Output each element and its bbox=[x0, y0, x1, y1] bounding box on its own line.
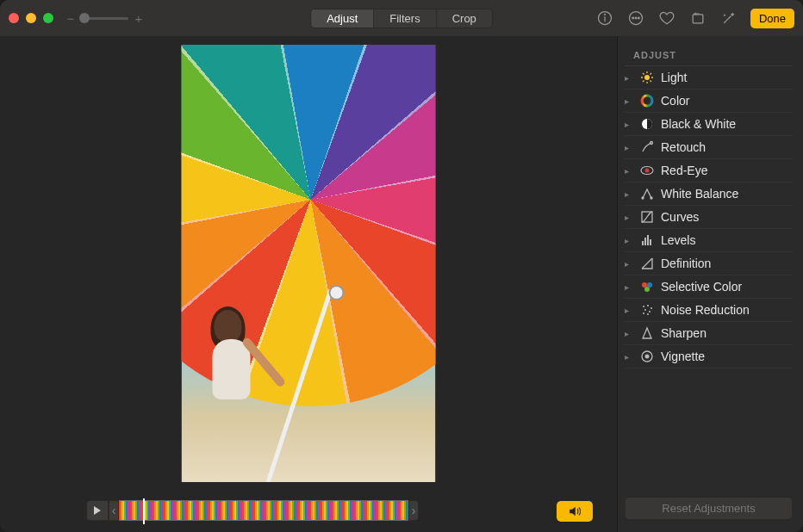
adjustment-levels[interactable]: ▸Levels bbox=[625, 229, 793, 252]
info-icon[interactable] bbox=[595, 9, 614, 28]
chevron-right-icon: ▸ bbox=[625, 259, 633, 269]
playhead[interactable] bbox=[143, 498, 145, 524]
tab-adjust[interactable]: Adjust bbox=[311, 9, 374, 28]
sidebar-title: ADJUST bbox=[625, 46, 793, 66]
adjustment-whitebalance[interactable]: ▸White Balance bbox=[625, 182, 793, 206]
canvas-area: ‹ › bbox=[0, 36, 617, 532]
done-button[interactable]: Done bbox=[750, 9, 794, 28]
zoom-out-icon: − bbox=[65, 11, 76, 26]
levels-icon bbox=[640, 233, 654, 247]
favorite-icon[interactable] bbox=[657, 9, 676, 28]
chevron-right-icon: ▸ bbox=[625, 166, 633, 176]
svg-point-2 bbox=[605, 14, 606, 15]
photo-preview[interactable] bbox=[182, 45, 436, 482]
fullscreen-window-button[interactable] bbox=[43, 13, 53, 23]
svg-rect-25 bbox=[642, 241, 644, 245]
adjustment-label: Selective Color bbox=[661, 280, 742, 294]
edit-mode-tabs: Adjust Filters Crop bbox=[310, 9, 493, 28]
chevron-right-icon: ▸ bbox=[625, 236, 633, 245]
adjustment-label: Retouch bbox=[661, 140, 706, 154]
svg-point-40 bbox=[645, 355, 650, 359]
adjustment-noise[interactable]: ▸Noise Reduction bbox=[625, 299, 793, 322]
rotate-icon[interactable] bbox=[688, 9, 707, 28]
svg-point-5 bbox=[635, 17, 637, 19]
reset-adjustments-button[interactable]: Reset Adjustments bbox=[625, 497, 793, 520]
whitebalance-icon bbox=[640, 187, 654, 201]
svg-point-33 bbox=[647, 305, 649, 306]
main-area: ‹ › ADJUST ▸Light▸Color▸Black & White▸Re… bbox=[0, 36, 803, 532]
svg-line-15 bbox=[643, 81, 644, 83]
adjustment-redeye[interactable]: ▸Red-Eye bbox=[625, 159, 793, 182]
svg-point-17 bbox=[642, 96, 652, 106]
play-button[interactable] bbox=[86, 500, 109, 521]
svg-point-8 bbox=[644, 75, 650, 80]
zoom-slider[interactable]: − + bbox=[65, 11, 144, 26]
svg-point-32 bbox=[643, 306, 644, 307]
svg-rect-26 bbox=[644, 238, 646, 245]
adjustment-label: Definition bbox=[661, 257, 711, 270]
zoom-in-icon: + bbox=[134, 11, 144, 26]
trim-start-handle[interactable]: ‹ bbox=[109, 500, 119, 521]
adjustments-list: ▸Light▸Color▸Black & White▸Retouch▸Red-E… bbox=[625, 66, 793, 497]
chevron-right-icon: ▸ bbox=[625, 329, 633, 338]
toolbar: − + Adjust Filters Crop Done bbox=[0, 0, 803, 36]
tab-crop[interactable]: Crop bbox=[437, 9, 492, 28]
adjustment-color[interactable]: ▸Color bbox=[625, 90, 793, 113]
svg-point-29 bbox=[642, 282, 647, 288]
adjustment-label: Curves bbox=[661, 210, 699, 224]
retouch-icon bbox=[640, 140, 654, 154]
adjustment-light[interactable]: ▸Light bbox=[625, 66, 793, 90]
adjust-sidebar: ADJUST ▸Light▸Color▸Black & White▸Retouc… bbox=[617, 36, 803, 532]
svg-rect-27 bbox=[647, 235, 649, 245]
zoom-knob[interactable] bbox=[79, 13, 90, 23]
svg-point-21 bbox=[645, 169, 650, 173]
trim-end-handle[interactable]: › bbox=[408, 500, 419, 521]
adjustment-label: Levels bbox=[661, 233, 695, 247]
svg-line-16 bbox=[650, 73, 652, 75]
sharpen-icon bbox=[640, 326, 654, 340]
video-timeline: ‹ › bbox=[86, 499, 419, 522]
more-icon[interactable] bbox=[626, 9, 645, 28]
close-window-button[interactable] bbox=[9, 13, 19, 23]
chevron-right-icon: ▸ bbox=[625, 120, 633, 129]
svg-point-37 bbox=[643, 312, 644, 314]
adjustment-vignette[interactable]: ▸Vignette bbox=[625, 345, 793, 368]
auto-enhance-icon[interactable] bbox=[719, 9, 738, 28]
adjustment-definition[interactable]: ▸Definition bbox=[625, 252, 793, 275]
adjustment-retouch[interactable]: ▸Retouch bbox=[625, 136, 793, 159]
chevron-right-icon: ▸ bbox=[625, 213, 633, 222]
zoom-track[interactable] bbox=[81, 17, 128, 20]
svg-point-30 bbox=[647, 282, 652, 288]
svg-point-6 bbox=[638, 17, 639, 19]
chevron-right-icon: ▸ bbox=[625, 189, 633, 199]
adjustment-label: Black & White bbox=[661, 117, 736, 131]
selectivecolor-icon bbox=[640, 280, 654, 294]
filmstrip[interactable] bbox=[119, 500, 408, 521]
audio-button[interactable] bbox=[557, 501, 593, 522]
adjustment-sharpen[interactable]: ▸Sharpen bbox=[625, 322, 793, 345]
svg-point-34 bbox=[650, 307, 652, 309]
svg-point-38 bbox=[647, 313, 649, 315]
minimize-window-button[interactable] bbox=[26, 13, 36, 23]
chevron-right-icon: ▸ bbox=[625, 306, 633, 315]
adjustment-label: Color bbox=[661, 94, 689, 108]
svg-point-4 bbox=[632, 17, 634, 19]
chevron-right-icon: ▸ bbox=[625, 73, 633, 83]
color-icon bbox=[640, 94, 654, 108]
noise-icon bbox=[640, 303, 654, 317]
adjustment-bw[interactable]: ▸Black & White bbox=[625, 113, 793, 136]
svg-point-22 bbox=[642, 197, 644, 199]
svg-line-14 bbox=[650, 81, 652, 83]
adjustment-label: Light bbox=[661, 71, 687, 84]
svg-point-36 bbox=[649, 311, 650, 312]
svg-point-23 bbox=[650, 197, 652, 199]
tab-filters[interactable]: Filters bbox=[374, 9, 436, 28]
adjustment-label: Noise Reduction bbox=[661, 303, 750, 317]
adjustment-selectivecolor[interactable]: ▸Selective Color bbox=[625, 275, 793, 299]
svg-point-35 bbox=[644, 309, 646, 311]
adjustment-curves[interactable]: ▸Curves bbox=[625, 206, 793, 229]
svg-point-31 bbox=[644, 287, 650, 292]
curves-icon bbox=[640, 210, 654, 224]
svg-line-13 bbox=[643, 73, 644, 75]
window-controls bbox=[9, 13, 53, 23]
